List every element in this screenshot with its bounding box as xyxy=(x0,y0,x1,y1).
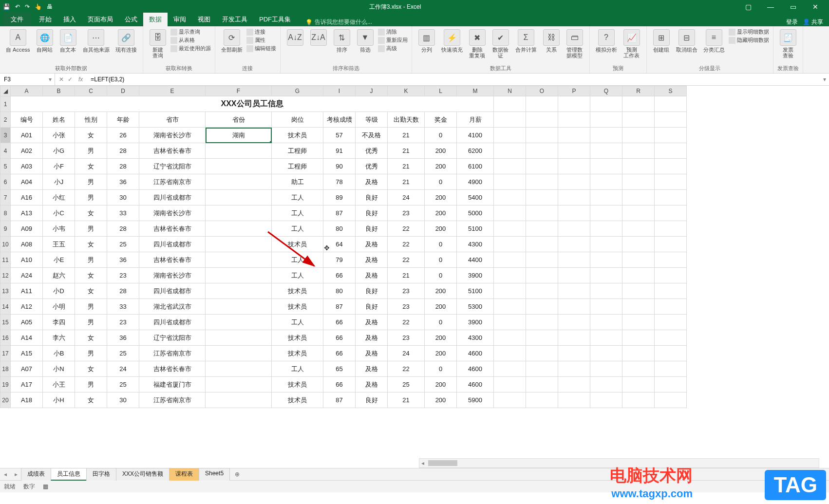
ribbon-button[interactable]: ≡分类汇总 xyxy=(701,28,727,54)
row-header[interactable]: 6 xyxy=(0,174,11,190)
cell[interactable] xyxy=(590,377,622,392)
ribbon-mini-button[interactable]: 最近使用的源 xyxy=(170,45,211,52)
cell[interactable]: 良好 xyxy=(356,299,388,315)
cell[interactable]: 福建省厦门市 xyxy=(139,377,206,392)
col-header[interactable]: E xyxy=(139,86,206,96)
cell[interactable] xyxy=(526,221,558,237)
cell[interactable] xyxy=(590,315,622,330)
cell[interactable]: 3900 xyxy=(457,268,494,283)
ribbon-button[interactable]: A自 Access xyxy=(4,28,32,54)
cell[interactable] xyxy=(655,283,687,299)
worksheet-grid[interactable]: ◢ABCDEFGIJKLMNOPQRS1XXX公司员工信息2编号姓名性别年龄省市… xyxy=(0,86,829,468)
col-header[interactable]: C xyxy=(75,86,107,96)
cell[interactable]: 女 xyxy=(75,268,107,283)
touch-icon[interactable]: 👆 xyxy=(35,3,42,10)
cell[interactable] xyxy=(622,392,655,408)
cell[interactable] xyxy=(494,252,526,268)
cell[interactable]: 66 xyxy=(323,346,356,361)
cell[interactable]: A13 xyxy=(11,205,43,221)
header-cell[interactable]: 等级 xyxy=(356,112,388,128)
cell[interactable] xyxy=(590,143,622,159)
row-header[interactable]: 18 xyxy=(0,361,11,377)
cell[interactable]: 工人 xyxy=(272,221,323,237)
row-header[interactable]: 20 xyxy=(0,392,11,408)
header-cell[interactable]: 出勤天数 xyxy=(388,112,425,128)
cell[interactable]: 4400 xyxy=(457,252,494,268)
ribbon-button[interactable]: ⊟取消组合 xyxy=(674,28,699,54)
cell[interactable]: 4600 xyxy=(457,346,494,361)
cell[interactable] xyxy=(526,112,558,128)
cell[interactable] xyxy=(526,237,558,252)
row-header[interactable]: 11 xyxy=(0,252,11,268)
cell[interactable]: 200 xyxy=(425,205,457,221)
cell[interactable] xyxy=(622,299,655,315)
header-cell[interactable]: 省份 xyxy=(206,112,272,128)
ribbon-button[interactable]: ⚡快速填充 xyxy=(439,28,465,54)
cell[interactable]: A05 xyxy=(11,315,43,330)
cell[interactable]: 0 xyxy=(425,237,457,252)
macro-icon[interactable]: ▦ xyxy=(43,483,48,490)
cell[interactable] xyxy=(558,190,590,205)
cell[interactable] xyxy=(622,205,655,221)
header-cell[interactable]: 月薪 xyxy=(457,112,494,128)
ribbon-button[interactable]: ⊞创建组 xyxy=(651,28,672,54)
cell[interactable]: 200 xyxy=(425,392,457,408)
cell[interactable] xyxy=(206,205,272,221)
cell[interactable]: 87 xyxy=(323,299,356,315)
col-header[interactable]: K xyxy=(388,86,425,96)
cell[interactable]: 女 xyxy=(75,330,107,346)
accept-formula-icon[interactable]: ✓ xyxy=(68,76,73,83)
ribbon-mini-button[interactable]: 显示明细数据 xyxy=(729,28,769,36)
tab-公式[interactable]: 公式 xyxy=(119,13,143,26)
formula-input[interactable] xyxy=(89,76,820,83)
ribbon-button[interactable]: 🔗现有连接 xyxy=(113,28,139,54)
cell[interactable]: 小张 xyxy=(43,128,75,143)
cell[interactable] xyxy=(590,252,622,268)
cell[interactable]: A02 xyxy=(11,143,43,159)
col-header[interactable]: B xyxy=(43,86,75,96)
cell[interactable]: 辽宁省沈阳市 xyxy=(139,159,206,174)
cell[interactable] xyxy=(558,174,590,190)
cell[interactable] xyxy=(494,205,526,221)
fx-icon[interactable]: fx xyxy=(76,76,85,83)
cell[interactable] xyxy=(655,159,687,174)
cell[interactable] xyxy=(206,346,272,361)
cell[interactable]: 小N xyxy=(43,361,75,377)
cell[interactable] xyxy=(526,252,558,268)
col-header[interactable]: P xyxy=(558,86,590,96)
cell[interactable]: 23 xyxy=(388,283,425,299)
name-box[interactable]: ▾ xyxy=(0,74,55,85)
row-header[interactable]: 5 xyxy=(0,159,11,174)
cell[interactable] xyxy=(494,174,526,190)
cell[interactable]: A15 xyxy=(11,346,43,361)
cell[interactable]: 女 xyxy=(75,283,107,299)
tab-审阅[interactable]: 审阅 xyxy=(168,13,192,26)
cell[interactable]: 及格 xyxy=(356,315,388,330)
cell[interactable] xyxy=(494,96,526,112)
col-header[interactable]: F xyxy=(206,86,272,96)
cell[interactable]: 22 xyxy=(388,252,425,268)
ribbon-mini-button[interactable]: 编辑链接 xyxy=(246,45,276,52)
cell[interactable]: 0 xyxy=(425,252,457,268)
cell[interactable]: 男 xyxy=(75,315,107,330)
cell[interactable] xyxy=(494,315,526,330)
cell[interactable] xyxy=(494,112,526,128)
cell[interactable]: 4300 xyxy=(457,330,494,346)
col-header[interactable]: L xyxy=(425,86,457,96)
cell[interactable]: 江苏省南京市 xyxy=(139,346,206,361)
header-cell[interactable]: 奖金 xyxy=(425,112,457,128)
cell[interactable] xyxy=(526,330,558,346)
cell[interactable] xyxy=(526,128,558,143)
cell[interactable]: 吉林省长春市 xyxy=(139,252,206,268)
cell[interactable]: 5300 xyxy=(457,299,494,315)
cell[interactable]: 66 xyxy=(323,377,356,392)
header-cell[interactable]: 年龄 xyxy=(107,112,139,128)
cell[interactable] xyxy=(494,299,526,315)
cell[interactable] xyxy=(558,377,590,392)
cell[interactable] xyxy=(526,96,558,112)
cell[interactable]: 小明 xyxy=(43,299,75,315)
cell[interactable]: 男 xyxy=(75,377,107,392)
cell[interactable] xyxy=(558,128,590,143)
cell[interactable]: 4900 xyxy=(457,174,494,190)
cell[interactable]: 湖南 xyxy=(206,128,272,143)
